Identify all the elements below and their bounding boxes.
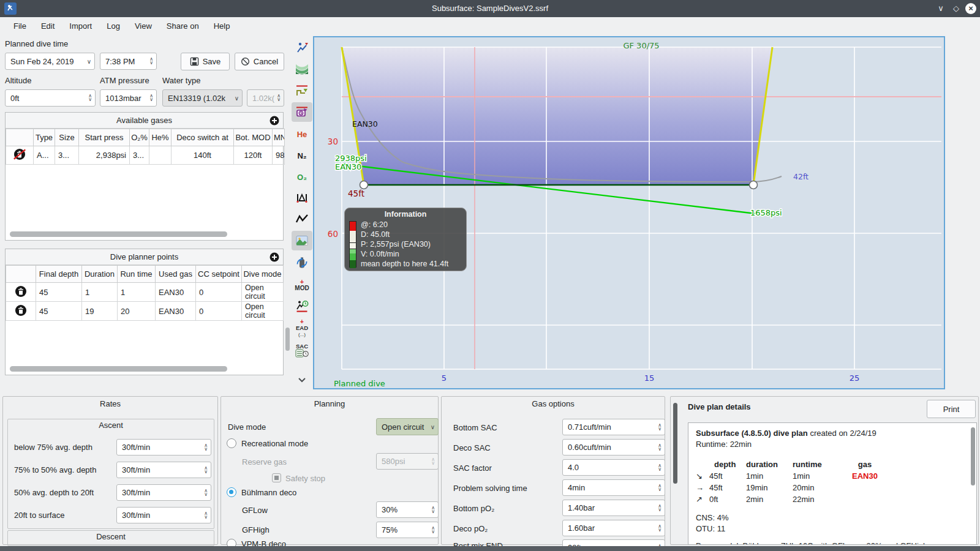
col-bot-mod[interactable]: Bot. MOD: [234, 129, 273, 146]
col-used-gas[interactable]: Used gas: [156, 266, 196, 283]
dive-plan-textbox[interactable]: Subsurface (4.8.5.0) dive plan created o…: [688, 422, 977, 545]
toolbar-ndl-button[interactable]: [292, 296, 312, 316]
toolbar-scroll-down-button[interactable]: [292, 370, 312, 389]
recreational-mode-radio[interactable]: [227, 438, 236, 448]
time-spinner[interactable]: 7:38 PM∧∨: [100, 53, 157, 70]
col-mnd[interactable]: MND: [273, 129, 285, 146]
atm-pressure-label: ATM pressure: [100, 76, 149, 85]
gas-row[interactable]: A... 3... 2,938psi 3... 140ft 120ft 98ft: [6, 146, 285, 165]
toolbar-ead-button[interactable]: + EAD (...): [292, 318, 312, 337]
toolbar-gas-change-button[interactable]: [292, 253, 312, 272]
altitude-label: Altitude: [5, 76, 31, 85]
col-start-press[interactable]: Start press: [79, 129, 130, 146]
rate-spinner-3[interactable]: 30ft/min∧∨: [116, 484, 211, 501]
toolbar-he-graph-button[interactable]: He: [292, 124, 312, 144]
sac-icon: SAC: [292, 343, 312, 358]
deco-po2-spinner[interactable]: 1.60bar∧∨: [562, 520, 665, 536]
gfhigh-label: GFHigh: [242, 525, 270, 534]
col-dive-mode[interactable]: Dive mode: [242, 266, 284, 283]
cancel-button[interactable]: Cancel: [235, 53, 284, 70]
delete-icon[interactable]: [15, 285, 27, 298]
plan-text-scrollbar[interactable]: [971, 427, 975, 485]
gflow-spinner[interactable]: 30%∧∨: [376, 501, 439, 518]
rate-spinner-4[interactable]: 30ft/min∧∨: [116, 507, 211, 523]
dive-mode-label: Dive mode: [228, 422, 266, 432]
col-final-depth[interactable]: Final depth: [36, 266, 82, 283]
save-icon: [190, 57, 199, 66]
mean-depth-label: 42ft: [793, 172, 809, 181]
information-tooltip: Information @: 6:20 D: 45.0ft P: 2,557ps…: [344, 208, 467, 271]
col-run-time[interactable]: Run time: [118, 266, 156, 283]
deco-sac-label: Deco SAC: [453, 443, 491, 452]
toolbar-sac-button[interactable]: SAC: [292, 340, 312, 360]
bottom-po2-spinner[interactable]: 1.40bar∧∨: [562, 500, 665, 516]
dive-plan-panel-scrollbar[interactable]: [673, 403, 677, 484]
add-point-button[interactable]: [270, 252, 279, 267]
plan-table-row: ↘ 45ft 1min 1min EAN30: [696, 470, 968, 482]
dive-profile-chart[interactable]: GF 30/75 30 60 5 15 25 EAN30 2938psi EAN…: [313, 36, 945, 389]
profile-handle[interactable]: [360, 181, 368, 189]
atm-pressure-spinner[interactable]: 1013mbar∧∨: [100, 89, 157, 107]
dive-profile-fill: [342, 47, 772, 185]
no-delete-icon[interactable]: [13, 148, 26, 160]
planner-point-row[interactable]: 45 19 20 EAN30 0 Open circuit: [6, 302, 284, 321]
water-type-combobox[interactable]: EN13319 (1.02k∨: [162, 89, 243, 107]
planned-dive-time-label: Planned dive time: [5, 39, 68, 48]
rate-spinner-1[interactable]: 30ft/min∧∨: [116, 439, 211, 455]
buhlmann-deco-radio[interactable]: [227, 487, 236, 497]
col-type[interactable]: Type: [34, 129, 55, 146]
planner-point-row[interactable]: 45 1 1 EAN30 0 Open circuit: [6, 283, 284, 302]
toolbar-ceiling-button[interactable]: [292, 59, 312, 79]
gfhigh-spinner[interactable]: 75%∧∨: [376, 522, 439, 538]
tooltip-mean-depth: mean depth to here 41.4ft: [361, 259, 466, 269]
plan-cns: CNS: 4%: [696, 512, 968, 523]
toolbar-photos-button[interactable]: [292, 231, 312, 250]
toolbar-mod-button[interactable]: + MOD: [292, 275, 312, 294]
add-gas-button[interactable]: [270, 115, 279, 130]
window-title: Subsurface: SampleDivesV2.ssrf: [0, 4, 980, 13]
rate-spinner-2[interactable]: 30ft/min∧∨: [116, 462, 211, 478]
planning-title: Planning: [221, 397, 438, 408]
gas-change-icon: [295, 255, 309, 270]
toolbar-n2-graph-button[interactable]: N₂: [292, 146, 312, 165]
deco-sac-spinner[interactable]: 0.60cuft/min∧∨: [562, 439, 665, 455]
maximize-button[interactable]: ◇: [950, 2, 962, 15]
reserve-gas-label: Reserve gas: [242, 457, 287, 467]
menu-file[interactable]: File: [6, 17, 34, 36]
toolbar-tissue-delta-button[interactable]: [292, 188, 312, 208]
menu-import[interactable]: Import: [62, 17, 99, 36]
col-o2[interactable]: O₂%: [130, 129, 149, 146]
tooltip-depth: D: 45.0ft: [361, 230, 466, 239]
col-deco-switch[interactable]: Deco switch at: [172, 129, 234, 146]
toolbar-planner-points-button[interactable]: [292, 102, 312, 122]
col-he[interactable]: He%: [149, 129, 172, 146]
dive-mode-combobox[interactable]: Open circuit∨: [376, 418, 439, 435]
toolbar-ascent-rate-button[interactable]: [292, 38, 312, 58]
date-combobox[interactable]: Sun Feb 24, 2019∨: [5, 53, 95, 70]
close-button[interactable]: ×: [965, 3, 976, 14]
gases-horizontal-scrollbar[interactable]: [10, 231, 227, 237]
menu-help[interactable]: Help: [206, 17, 238, 36]
menu-edit[interactable]: Edit: [34, 17, 62, 36]
save-button[interactable]: Save: [181, 53, 230, 70]
points-horizontal-scrollbar[interactable]: [10, 366, 227, 372]
altitude-spinner[interactable]: 0ft∧∨: [5, 89, 96, 107]
left-column-scrollbar[interactable]: [285, 328, 290, 351]
minimize-button[interactable]: ∨: [935, 2, 947, 15]
depth-tick-60: 60: [328, 229, 338, 239]
toolbar-o2-graph-button[interactable]: O₂: [292, 167, 312, 187]
menu-view[interactable]: View: [127, 17, 159, 36]
col-cc-setpoint[interactable]: CC setpoint: [196, 266, 242, 283]
menu-share-on[interactable]: Share on: [159, 17, 206, 36]
problem-solving-time-spinner[interactable]: 4min∧∨: [562, 479, 665, 496]
profile-handle[interactable]: [750, 181, 758, 189]
col-size[interactable]: Size: [55, 129, 79, 146]
toolbar-calculated-ceiling-button[interactable]: [292, 81, 312, 100]
delete-icon[interactable]: [15, 304, 27, 317]
sac-factor-spinner[interactable]: 4.0∧∨: [562, 459, 665, 476]
toolbar-rate-graph-button[interactable]: [292, 209, 312, 229]
col-duration[interactable]: Duration: [82, 266, 118, 283]
bottom-sac-spinner[interactable]: 0.71cuft/min∧∨: [562, 419, 665, 435]
print-button[interactable]: Print: [927, 400, 976, 418]
menu-log[interactable]: Log: [99, 17, 127, 36]
